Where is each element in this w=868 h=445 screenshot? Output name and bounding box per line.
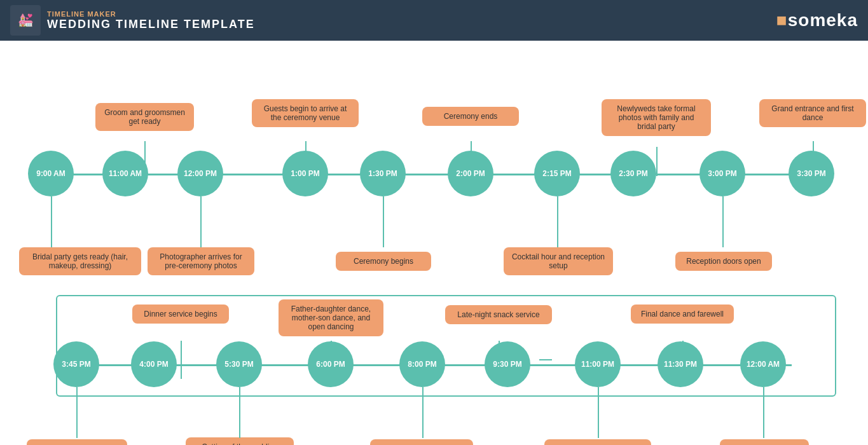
header: 💒 TIMELINE MAKER WEDDING TIMELINE TEMPLA… [0, 0, 868, 41]
timeline-wrapper: Groom and groomsmen get ready Guests beg… [13, 47, 855, 441]
node-215pm: 2:15 PM [534, 151, 580, 196]
node-400pm: 4:00 PM [131, 341, 177, 387]
node-600pm: 6:00 PM [308, 341, 354, 387]
node-1130pm: 11:30 PM [658, 341, 703, 387]
vline-r2-bot-3 [422, 387, 424, 438]
header-subtitle: TIMELINE MAKER [47, 10, 255, 18]
event-bouquet: Bouquet and garter toss [370, 439, 473, 445]
event-photographer: Photographer arrives for pre-ceremony ph… [148, 247, 254, 275]
event-cake: Cutting of the wedding cake [186, 437, 294, 445]
node-1100pm: 11:00 PM [575, 341, 621, 387]
event-dinner: Dinner service begins [132, 305, 229, 324]
event-reception-doors: Reception doors open [675, 252, 772, 271]
node-200pm: 2:00 PM [448, 151, 493, 196]
vline-bot-5 [722, 196, 724, 247]
row2-dash: — [527, 364, 565, 366]
brand: ■someka [776, 10, 858, 31]
vline-bot-3 [383, 196, 384, 247]
event-snack: Late-night snack service [445, 305, 552, 324]
node-1200pm: 12:00 PM [177, 151, 223, 196]
node-230pm: 2:30 PM [610, 151, 656, 196]
node-300pm: 3:00 PM [699, 151, 745, 196]
logo-icon: 💒 [10, 5, 41, 36]
vline-r2-bot-1 [76, 387, 78, 438]
event-toasts: Toasts and speeches [27, 439, 127, 445]
brand-text: ■someka [776, 10, 858, 30]
event-grand-entrance: Grand entrance and first dance [759, 99, 866, 127]
node-900am: 9:00 AM [28, 151, 74, 196]
event-dances: Father-daughter dance, mother-son dance,… [279, 299, 383, 336]
event-bridal-ready: Bridal party gets ready (hair, makeup, d… [19, 247, 141, 275]
event-newlyweds-photos: Newlyweds take formal photos with family… [602, 99, 711, 136]
node-1200am: 12:00 AM [740, 341, 786, 387]
header-titles: TIMELINE MAKER WEDDING TIMELINE TEMPLATE [47, 10, 255, 31]
node-930pm: 9:30 PM [485, 341, 530, 387]
node-345pm: 3:45 PM [53, 341, 99, 387]
vline-r2-bot-5 [763, 387, 764, 438]
node-100pm: 1:00 PM [282, 151, 328, 196]
node-330pm: 3:30 PM [789, 151, 834, 196]
logo-container: 💒 TIMELINE MAKER WEDDING TIMELINE TEMPLA… [10, 5, 255, 36]
main-content: Groom and groomsmen get ready Guests beg… [0, 41, 868, 445]
event-ceremony-begins: Ceremony begins [336, 252, 431, 271]
event-ceremony-ends: Ceremony ends [422, 107, 519, 126]
event-lastcall: Last call for drinks [544, 439, 651, 445]
vline-bot-1 [51, 196, 52, 247]
event-groom-ready: Groom and groomsmen get ready [95, 103, 194, 131]
node-1100am: 11:00 AM [102, 151, 148, 196]
vline-r2-bot-4 [598, 387, 599, 438]
event-ends: Event ends [720, 439, 809, 445]
event-final-dance: Final dance and farewell [631, 305, 734, 324]
event-guests-arrive: Guests begin to arrive at the ceremony v… [252, 99, 359, 127]
header-title: WEDDING TIMELINE TEMPLATE [47, 18, 255, 31]
node-530pm: 5:30 PM [216, 341, 262, 387]
svg-text:💒: 💒 [18, 12, 34, 27]
vline-r2-top-2 [181, 341, 182, 379]
event-cocktail: Cocktail hour and reception setup [504, 247, 613, 275]
node-130pm: 1:30 PM [360, 151, 406, 196]
vline-r2-bot-2 [239, 387, 240, 438]
vline-bot-4 [557, 196, 558, 247]
vline-bot-2 [200, 196, 202, 247]
node-800pm: 8:00 PM [399, 341, 445, 387]
vline-4 [656, 147, 658, 176]
